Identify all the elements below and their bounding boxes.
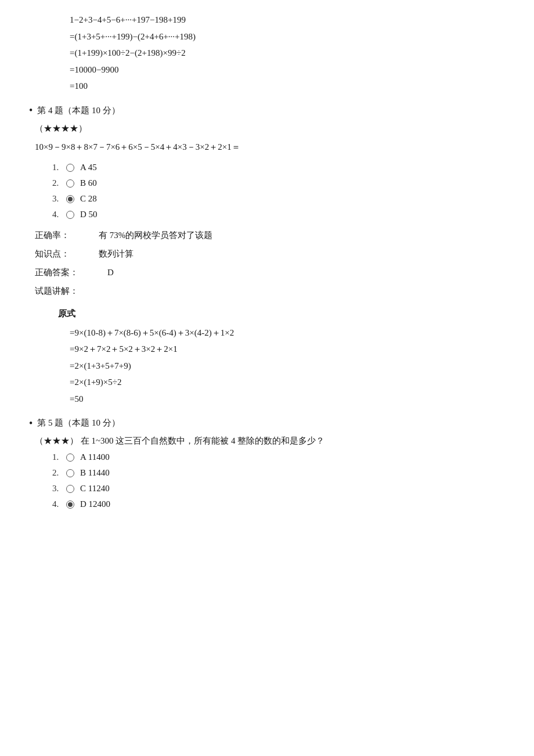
question4-info: 正确率： 有 73%的网校学员答对了该题 知识点： 数列计算 正确答案： D 试… <box>35 226 511 300</box>
explanation-label: 试题讲解： <box>35 282 78 300</box>
option-num: 3. <box>52 484 66 494</box>
answer-label: 正确答案： <box>35 264 78 281</box>
q4-option-row-4[interactable]: 4.D 50 <box>52 210 511 219</box>
q4-option-row-1[interactable]: 1.A 45 <box>52 163 511 172</box>
knowledge-label: 知识点： <box>35 245 70 262</box>
radio-button[interactable] <box>66 501 74 509</box>
radio-button[interactable] <box>66 195 74 203</box>
q5-option-row-4[interactable]: 4.D 12400 <box>52 499 511 509</box>
option-num: 2. <box>52 468 66 478</box>
bullet-q4: • <box>29 105 33 116</box>
exp-line-1: =9×(10-8)＋7×(8-6)＋5×(6-4)＋3×(4-2)＋1×2 <box>58 325 511 341</box>
q5-option-row-1[interactable]: 1.A 11400 <box>52 452 511 462</box>
answer-value: D <box>78 264 114 281</box>
q4-option-row-2[interactable]: 2.B 60 <box>52 178 511 188</box>
option-num: 4. <box>52 210 66 219</box>
math-solution-block: 1−2+3−4+5−6+···+197−198+199 =(1+3+5+···+… <box>70 12 511 95</box>
knowledge-value: 数列计算 <box>70 245 134 262</box>
exp-line-2: =9×2＋7×2＋5×2＋3×2＋2×1 <box>58 341 511 358</box>
option-num: 4. <box>52 499 66 509</box>
option-label: D 50 <box>80 210 98 219</box>
exp-line-3: =2×(1+3+5+7+9) <box>58 358 511 375</box>
option-num: 3. <box>52 194 66 204</box>
question4-title: 第 4 题（本题 10 分） <box>37 105 120 116</box>
option-num: 1. <box>52 452 66 462</box>
question4-text: 10×9－9×8＋8×7－7×6＋6×5－5×4＋4×3－3×2＋2×1＝ <box>35 140 511 155</box>
option-label: C 28 <box>80 194 97 204</box>
q5-option-row-2[interactable]: 2.B 11440 <box>52 468 511 478</box>
correct-rate-value: 有 73%的网校学员答对了该题 <box>70 226 212 244</box>
question5-difficulty: （★★★） 在 1~300 这三百个自然数中，所有能被 4 整除的数的和是多少？ <box>35 435 511 447</box>
option-label: B 60 <box>80 178 97 188</box>
radio-button[interactable] <box>66 211 74 219</box>
radio-button[interactable] <box>66 179 74 188</box>
option-label: D 12400 <box>80 499 110 509</box>
correct-rate-label: 正确率： <box>35 226 70 244</box>
knowledge-row: 知识点： 数列计算 <box>35 245 511 262</box>
radio-button[interactable] <box>66 453 74 462</box>
exp-line-4: =2×(1+9)×5÷2 <box>58 374 511 391</box>
option-label: C 11240 <box>80 484 110 494</box>
radio-button[interactable] <box>66 164 74 172</box>
bullet-q5: • <box>29 418 33 429</box>
q4-option-row-3[interactable]: 3.C 28 <box>52 194 511 204</box>
question4-header: • 第 4 题（本题 10 分） <box>29 105 511 116</box>
correct-rate-row: 正确率： 有 73%的网校学员答对了该题 <box>35 226 511 244</box>
q5-option-row-3[interactable]: 3.C 11240 <box>52 484 511 494</box>
question5-options: 1.A 114002.B 114403.C 112404.D 12400 <box>52 452 511 509</box>
math-line-2: =(1+3+5+···+199)−(2+4+6+···+198) <box>70 28 511 45</box>
math-line-3: =(1+199)×100÷2−(2+198)×99÷2 <box>70 45 511 62</box>
math-line-5: =100 <box>70 78 511 95</box>
option-num: 2. <box>52 178 66 188</box>
question4-difficulty: （★★★★） <box>35 123 511 134</box>
question4-explanation: 原式 =9×(10-8)＋7×(8-6)＋5×(6-4)＋3×(4-2)＋1×2… <box>58 305 511 407</box>
option-label: A 45 <box>80 163 97 172</box>
explanation-header-row: 试题讲解： <box>35 282 511 300</box>
question5-title: 第 5 题（本题 10 分） <box>37 417 120 429</box>
math-line-4: =10000−9900 <box>70 62 511 78</box>
option-label: A 11400 <box>80 452 110 462</box>
answer-row: 正确答案： D <box>35 264 511 281</box>
radio-button[interactable] <box>66 485 74 493</box>
exp-line-5: =50 <box>58 391 511 408</box>
question5-header: • 第 5 题（本题 10 分） <box>29 417 511 429</box>
option-label: B 11440 <box>80 468 110 478</box>
question4-options: 1.A 452.B 603.C 284.D 50 <box>52 163 511 219</box>
math-line-1: 1−2+3−4+5−6+···+197−198+199 <box>70 12 511 28</box>
radio-button[interactable] <box>66 469 74 477</box>
option-num: 1. <box>52 163 66 172</box>
exp-title: 原式 <box>58 305 511 322</box>
